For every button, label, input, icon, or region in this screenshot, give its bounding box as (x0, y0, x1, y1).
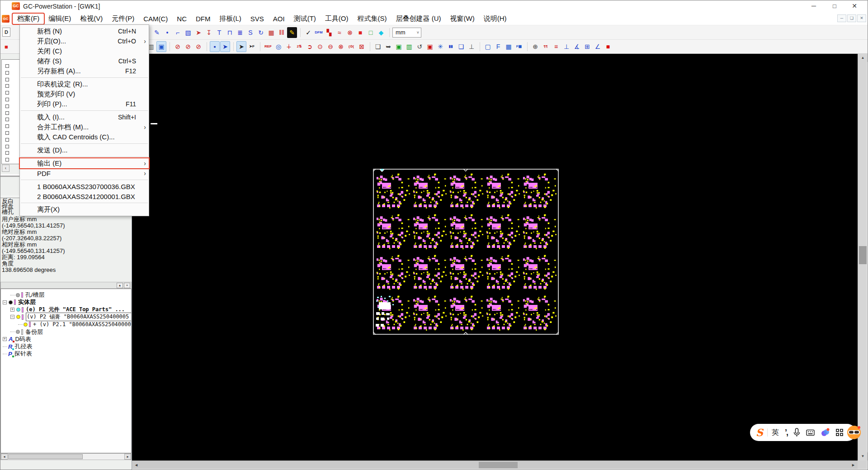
file-menu-item[interactable]: 1 B0060AXASS230700036.GBX (20, 181, 149, 191)
pad-circle-icon[interactable]: ⊙ (315, 41, 325, 52)
tree-expander-icon[interactable]: + (10, 308, 14, 312)
listbox-scroll-left-button[interactable]: ‹ (2, 165, 9, 172)
tree-expander-icon[interactable]: − (10, 315, 14, 319)
menu-视窗(W)[interactable]: 视窗(W) (446, 14, 479, 24)
layer-checkbox[interactable] (5, 64, 9, 68)
tree-item-3[interactable]: +(e) P1 元件 "ACE Top Parts" ... (10, 306, 125, 313)
menu-程式集(S)[interactable]: 程式集(S) (353, 14, 392, 24)
layer-checkbox[interactable] (5, 124, 9, 128)
snap-mode-icon[interactable]: ▪ (210, 41, 220, 52)
select-f-cursor-icon[interactable]: ➤F (247, 41, 257, 52)
tree-expander-icon[interactable]: − (3, 300, 7, 304)
menu-测试(T)[interactable]: 测试(T) (289, 14, 321, 24)
layer-checkbox[interactable] (5, 118, 9, 121)
menu-元件(P)[interactable]: 元件(P) (107, 14, 139, 24)
punctuation-icon[interactable]: ’, (785, 428, 788, 437)
red-fill-icon[interactable]: ▣ (425, 41, 435, 52)
marquee-f-icon[interactable]: F (493, 41, 503, 52)
layer-checkbox[interactable] (5, 104, 9, 108)
board-frame-icon[interactable]: □ (366, 27, 376, 38)
renumber-icon[interactable]: 2⇅ (294, 41, 304, 52)
mirror-icon[interactable]: ¶¶ (541, 41, 551, 52)
layer-checkbox[interactable] (5, 84, 9, 88)
file-menu-item[interactable]: 另存新档 (A)...F12 (20, 66, 149, 76)
tree-expander-icon[interactable]: + (3, 337, 7, 341)
ref-text-icon[interactable]: REF (263, 41, 273, 52)
tree-item-1[interactable]: 孔/槽层 (10, 291, 45, 299)
verify-check-icon[interactable]: ✓ (303, 27, 313, 38)
import-sheet-icon[interactable]: ➥ (383, 41, 393, 52)
menu-AOI[interactable]: AOI (269, 14, 289, 24)
close-button[interactable]: ✕ (844, 0, 864, 12)
tree-close-button[interactable]: × (124, 283, 130, 288)
file-menu-item[interactable]: 预览列印 (V) (20, 89, 149, 99)
child-restore-button[interactable]: ❏ (847, 14, 856, 22)
layer-checkbox[interactable] (5, 78, 9, 81)
apps-grid-icon[interactable] (835, 428, 844, 437)
green-layer-icon[interactable]: ▥ (404, 41, 414, 52)
sogou-logo-icon[interactable]: S (756, 427, 763, 438)
menu-排板(L)[interactable]: 排板(L) (215, 14, 245, 24)
new-doc-edge-icon[interactable]: D (2, 28, 10, 37)
file-menu-item[interactable]: 关闭 (C) (20, 46, 149, 56)
x-circle-icon[interactable]: ⊗ (336, 41, 346, 52)
drawing-canvas[interactable] (132, 54, 858, 461)
record-stop-icon[interactable]: ■ (603, 41, 613, 52)
emoji-face-icon[interactable] (846, 425, 862, 442)
new-sheet-icon[interactable]: ❏ (373, 41, 383, 52)
tree-item-4[interactable]: −(v) P2 锡膏 "B0060AXASS250400005 VTP1 (10, 313, 132, 321)
menu-工具(O)[interactable]: 工具(O) (321, 14, 353, 24)
red-list-icon[interactable]: ≡ (551, 41, 561, 52)
net-test-icon[interactable]: ⊗ (345, 27, 355, 38)
rotate-view-icon[interactable]: ↻ (256, 27, 266, 38)
tree-item-7[interactable]: +AD码表 (3, 336, 31, 343)
file-menu-item[interactable]: PDF› (20, 168, 149, 178)
reload-icon[interactable]: ↺ (415, 41, 425, 52)
file-menu-item[interactable]: 印表机设定 (R)... (20, 79, 149, 89)
run-mode-icon[interactable]: ➤ (220, 41, 230, 52)
tree-collapse-button[interactable]: ▴ (117, 283, 123, 288)
skin-icon[interactable] (821, 428, 830, 437)
scroll-right-arrow-icon[interactable]: ► (849, 461, 858, 469)
file-menu-item[interactable]: 2 B0060AXASS241200001.GBX (20, 191, 149, 201)
layer-checkbox[interactable] (5, 98, 9, 101)
datum-icon[interactable]: ⊥ (467, 41, 476, 52)
file-menu-item[interactable]: 输出 (E)› (20, 158, 149, 168)
clear-layer-icon[interactable]: ⊘ (183, 41, 193, 52)
menu-档案(F)[interactable]: 档案(F) (13, 14, 44, 24)
language-mode-label[interactable]: 英 (772, 428, 779, 437)
menu-说明(H)[interactable]: 说明(H) (479, 14, 511, 24)
layer-stack-icon[interactable]: ≣ (235, 27, 245, 38)
draw-point-icon[interactable]: • (162, 27, 172, 38)
angle-plus-icon[interactable]: ∡ (572, 41, 582, 52)
minimize-button[interactable]: ─ (804, 0, 824, 12)
tree-item-6[interactable]: 备份层 (10, 328, 43, 336)
keyboard-icon[interactable] (806, 429, 815, 436)
clear-all-icon[interactable]: ⊘ (193, 41, 203, 52)
tree-scroll-right-arrow-icon[interactable]: ▸ (124, 454, 131, 460)
net-globe-icon[interactable]: ✳ (435, 41, 445, 52)
step-repeat-icon[interactable]: S (245, 27, 255, 38)
menu-NC[interactable]: NC (172, 14, 191, 24)
child-minimize-button[interactable]: ─ (837, 14, 846, 22)
layer-checkbox[interactable] (5, 111, 9, 115)
scroll-up-arrow-icon[interactable]: ▲ (858, 54, 868, 62)
pad-stack-icon[interactable]: ▚ (324, 27, 334, 38)
draw-pencil-icon[interactable]: ✎ (152, 27, 162, 38)
menu-层叠创建器 (U)[interactable]: 层叠创建器 (U) (392, 14, 446, 24)
grid-f-icon[interactable]: F▦ (514, 41, 524, 52)
menu-DFM[interactable]: DFM (191, 14, 215, 24)
file-menu-item[interactable]: 发送 (D)... (20, 145, 149, 155)
angle-icon[interactable]: ∠ (593, 41, 603, 52)
file-menu-item[interactable]: 载入 CAD Centroids (C)... (20, 132, 149, 142)
menu-编辑(E)[interactable]: 编辑(E) (44, 14, 75, 24)
scroll-down-arrow-icon[interactable]: ▼ (858, 452, 868, 461)
grid-select-icon[interactable]: ▦ (504, 41, 514, 52)
child-close-button[interactable]: ✕ (857, 14, 866, 22)
layer-checkbox[interactable] (5, 158, 9, 161)
teardrop-icon[interactable]: ◆ (376, 27, 386, 38)
file-menu-item[interactable]: 列印 (P)...F11 (20, 99, 149, 109)
bracket-pad-icon[interactable]: (⊙( (346, 41, 356, 52)
oval-compare-icon[interactable]: ≈ (335, 27, 344, 38)
draw-arc-icon[interactable]: ⌐ (173, 27, 183, 38)
